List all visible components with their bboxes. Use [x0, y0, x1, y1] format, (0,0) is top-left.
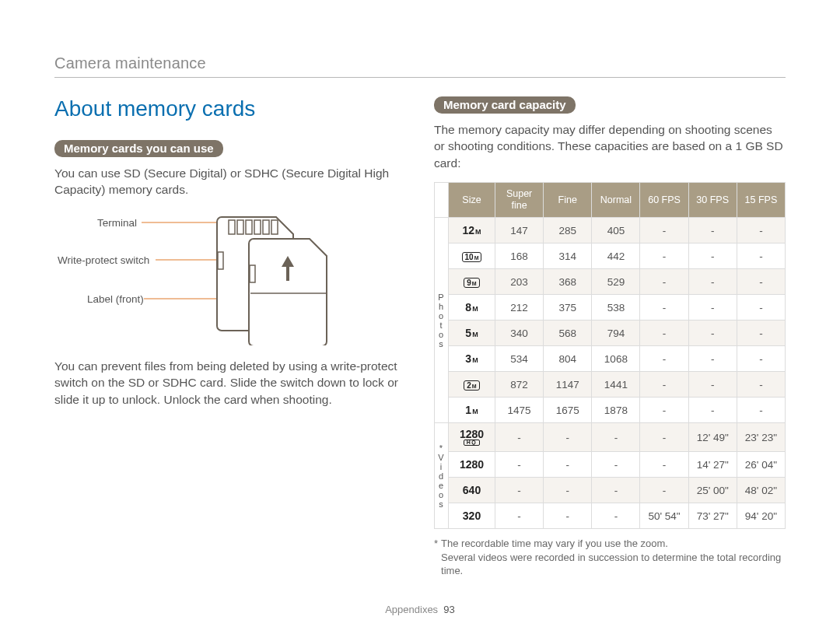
data-cell: -	[592, 452, 640, 478]
table-header: Size	[449, 183, 495, 218]
data-cell: 1068	[592, 346, 640, 372]
data-cell: 1147	[544, 372, 592, 398]
table-row: 1280----14' 27"26' 04"	[435, 452, 786, 478]
size-cell: 8M	[449, 295, 495, 321]
data-cell: -	[640, 295, 688, 321]
data-cell: 212	[495, 295, 544, 321]
data-cell: -	[544, 423, 592, 452]
data-cell: 314	[544, 243, 592, 269]
footnote-text: The recordable time may vary if you use …	[441, 537, 786, 578]
svg-rect-8	[271, 220, 278, 234]
table-row: 3M5348041068---	[435, 346, 786, 372]
size-cell: 9M	[449, 269, 495, 295]
table-row: 5M340568794---	[435, 321, 786, 346]
table-row: 2M87211471441---	[435, 372, 786, 398]
data-cell: 375	[544, 295, 592, 321]
table-row: 640----25' 00"48' 02"	[435, 478, 786, 503]
data-cell: 25' 00"	[688, 478, 737, 503]
size-cell: 10M	[449, 243, 495, 269]
data-cell: -	[640, 243, 688, 269]
data-cell: 1675	[544, 398, 592, 423]
data-cell: 73' 27"	[688, 503, 737, 529]
table-row: * V i d e o s1280HQ----12' 49"23' 23"	[435, 423, 786, 452]
data-cell: -	[688, 243, 737, 269]
table-header: 30 FPS	[688, 183, 737, 218]
sd-card-diagram: Terminal Write-protect switch Label (fro…	[54, 209, 366, 345]
data-cell: 442	[592, 243, 640, 269]
data-cell: -	[640, 452, 688, 478]
svg-rect-9	[218, 252, 223, 269]
data-cell: -	[737, 372, 785, 398]
subheading-memory-card-capacity: Memory card capacity	[434, 96, 576, 114]
data-cell: -	[592, 478, 640, 503]
table-header: Normal	[592, 183, 640, 218]
left-column: About memory cards Memory cards you can …	[54, 96, 406, 578]
data-cell: -	[640, 346, 688, 372]
data-cell: -	[737, 218, 785, 243]
data-cell: 794	[592, 321, 640, 346]
data-cell: -	[495, 503, 544, 529]
paragraph-write-protect: You can prevent files from being deleted…	[54, 358, 406, 408]
data-cell: 534	[495, 346, 544, 372]
data-cell: 1441	[592, 372, 640, 398]
data-cell: -	[737, 346, 785, 372]
table-row: 9M203368529---	[435, 269, 786, 295]
data-cell: 368	[544, 269, 592, 295]
data-cell: 1878	[592, 398, 640, 423]
data-cell: -	[640, 218, 688, 243]
size-cell: 320	[449, 503, 495, 529]
data-cell: 168	[495, 243, 544, 269]
data-cell: -	[544, 503, 592, 529]
data-cell: -	[737, 398, 785, 423]
subheading-memory-cards-you-can-use: Memory cards you can use	[54, 140, 223, 157]
data-cell: 285	[544, 218, 592, 243]
data-cell: 48' 02"	[737, 478, 785, 503]
data-cell: 147	[495, 218, 544, 243]
table-header: 60 FPS	[640, 183, 688, 218]
data-cell: 23' 23"	[737, 423, 785, 452]
data-cell: -	[640, 423, 688, 452]
data-cell: 405	[592, 218, 640, 243]
size-cell: 5M	[449, 321, 495, 346]
data-cell: 538	[592, 295, 640, 321]
capacity-table: SizeSuperfineFineNormal60 FPS30 FPS15 FP…	[434, 182, 786, 529]
data-cell: 50' 54"	[640, 503, 688, 529]
table-row: 10M168314442---	[435, 243, 786, 269]
divider	[54, 77, 786, 78]
table-header: Fine	[544, 183, 592, 218]
table-footnote: * The recordable time may vary if you us…	[434, 537, 786, 578]
table-row: P h o t o s12M147285405---	[435, 218, 786, 243]
footnote-star: *	[434, 537, 438, 578]
section-title: About memory cards	[54, 96, 406, 121]
data-cell: -	[495, 478, 544, 503]
svg-rect-3	[229, 220, 235, 234]
data-cell: -	[688, 269, 737, 295]
data-cell: -	[640, 478, 688, 503]
row-group-label: * V i d e o s	[435, 423, 449, 529]
data-cell: -	[737, 321, 785, 346]
svg-rect-5	[246, 220, 252, 234]
data-cell: -	[592, 423, 640, 452]
data-cell: 1475	[495, 398, 544, 423]
paragraph-sd-sdhc: You can use SD (Secure Digital) or SDHC …	[54, 165, 406, 198]
footer-section: Appendixes	[385, 604, 438, 615]
data-cell: -	[495, 423, 544, 452]
data-cell: 12' 49"	[688, 423, 737, 452]
data-cell: -	[688, 372, 737, 398]
table-header: 15 FPS	[737, 183, 785, 218]
data-cell: -	[688, 218, 737, 243]
data-cell: 804	[544, 346, 592, 372]
table-row: 1M147516751878---	[435, 398, 786, 423]
data-cell: -	[688, 295, 737, 321]
data-cell: -	[640, 398, 688, 423]
data-cell: -	[688, 346, 737, 372]
data-cell: -	[737, 295, 785, 321]
two-column-layout: About memory cards Memory cards you can …	[54, 96, 786, 578]
footer-page-number: 93	[443, 604, 454, 615]
data-cell: -	[592, 503, 640, 529]
data-cell: -	[544, 478, 592, 503]
data-cell: -	[640, 269, 688, 295]
data-cell: 340	[495, 321, 544, 346]
paragraph-capacity-intro: The memory capacity may differ depending…	[434, 121, 786, 171]
table-row: 8M212375538---	[435, 295, 786, 321]
